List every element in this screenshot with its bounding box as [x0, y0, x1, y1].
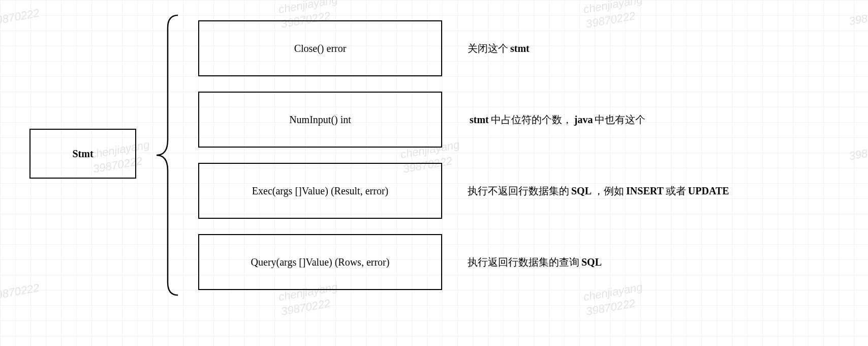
watermark: 39870222	[0, 281, 41, 304]
root-stmt-label: Stmt	[72, 148, 93, 160]
method-signature: Exec(args []Value) (Result, error)	[252, 185, 388, 197]
method-desc-query: 执行返回行数据集的查询 SQL	[468, 234, 604, 290]
method-desc-exec: 执行不返回行数据集的 SQL ，例如 INSERT 或者 UPDATE	[468, 163, 731, 219]
method-box-close: Close() error	[198, 20, 442, 76]
method-signature: Close() error	[294, 43, 347, 54]
watermark: 39870222	[848, 6, 868, 29]
curly-brace	[152, 13, 183, 298]
method-box-exec: Exec(args []Value) (Result, error)	[198, 163, 442, 219]
watermark: 39870222	[848, 141, 868, 164]
root-stmt-box: Stmt	[29, 129, 136, 179]
method-signature: NumInput() int	[289, 114, 351, 126]
method-desc-numinput: stmt 中占位符的个数， java 中也有这个	[468, 92, 645, 148]
watermark: chenjiayang 39870222	[582, 0, 646, 32]
watermark: 39870222	[0, 6, 41, 29]
method-desc-close: 关闭这个 stmt	[468, 20, 532, 76]
method-signature: Query(args []Value) (Rows, error)	[251, 256, 390, 268]
method-box-numinput: NumInput() int	[198, 92, 442, 148]
method-box-query: Query(args []Value) (Rows, error)	[198, 234, 442, 290]
